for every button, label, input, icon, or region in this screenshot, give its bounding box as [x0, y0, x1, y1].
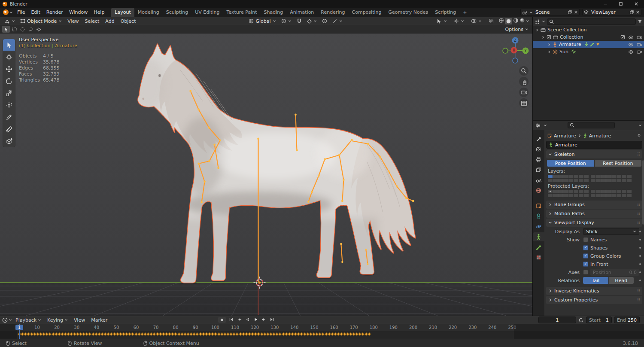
outliner-row-scene-collection[interactable]: Scene Collection [533, 26, 644, 33]
unlink-scene-icon[interactable] [574, 10, 578, 14]
bone-layer-cell[interactable] [558, 175, 563, 178]
camera-view-icon[interactable] [519, 88, 529, 97]
bone-layer-cell[interactable] [611, 190, 616, 193]
remove-viewlayer-icon[interactable] [636, 10, 640, 14]
animate-dot[interactable] [639, 247, 641, 249]
tool-transform[interactable] [3, 99, 15, 111]
shading-options-chevron[interactable] [526, 19, 529, 23]
animate-dot[interactable] [639, 239, 641, 240]
cursor-tool-mode[interactable] [35, 26, 43, 33]
panel-drag-dots[interactable] [637, 298, 640, 302]
start-frame-field[interactable]: Start 1 [586, 317, 612, 323]
breadcrumb-object-name[interactable]: Armature [554, 133, 576, 139]
bone-layer-cell[interactable] [574, 175, 578, 178]
bone-layer-cell[interactable] [617, 190, 621, 193]
jump-to-start-button[interactable] [228, 317, 234, 323]
bone-layer-cell[interactable] [617, 194, 621, 197]
bone-layer-cell[interactable] [579, 194, 583, 197]
shading-rendered-button[interactable] [519, 18, 525, 24]
bone-layer-cell[interactable] [596, 194, 601, 197]
playhead-frame-badge[interactable]: 1 [15, 325, 23, 330]
bone-layer-cell[interactable] [591, 194, 595, 197]
pin-id-icon[interactable] [637, 134, 641, 138]
bone-layer-cell[interactable] [596, 179, 601, 182]
bone-layer-cell[interactable] [568, 175, 573, 178]
hide-eye-icon[interactable] [628, 43, 634, 47]
group-colors-checkbox[interactable] [583, 253, 588, 259]
outliner-row-armature[interactable]: Armature [533, 41, 644, 48]
bone-layer-cell[interactable] [558, 190, 563, 193]
bone-layer-cell[interactable] [574, 194, 578, 197]
bone-layer-cell[interactable] [617, 175, 621, 178]
timeline-editor-icon[interactable] [2, 317, 8, 323]
bone-layer-cell[interactable] [584, 179, 589, 182]
pivot-point-dropdown[interactable] [279, 18, 294, 24]
animate-dot[interactable] [639, 280, 641, 281]
snap-toggle[interactable] [295, 18, 304, 24]
object-visibility-dropdown[interactable] [434, 18, 449, 24]
maximize-button[interactable] [613, 0, 629, 8]
display-as-dropdown[interactable]: Stick [583, 228, 639, 235]
armature-name-field[interactable]: Armature [546, 141, 642, 149]
menu-file[interactable]: File [14, 8, 28, 17]
pose-position-button[interactable]: Pose Position [547, 160, 594, 167]
layers-grid[interactable] [548, 175, 642, 182]
properties-options-chevron[interactable] [638, 124, 642, 127]
panel-custom-properties[interactable]: Custom Properties [546, 296, 642, 304]
axes-checkbox[interactable] [583, 270, 588, 275]
properties-search-input[interactable] [576, 122, 613, 128]
properties-type-chevron[interactable] [544, 124, 547, 127]
hide-eye-icon[interactable] [628, 35, 634, 40]
timeline-menu-keying[interactable]: Keying [45, 317, 70, 323]
bone-layer-cell[interactable] [627, 179, 632, 182]
rest-position-button[interactable]: Rest Position [595, 160, 642, 167]
panel-drag-dots[interactable] [637, 220, 640, 225]
panel-skeleton[interactable]: Skeleton [546, 150, 642, 158]
menu-help[interactable]: Help [91, 8, 107, 17]
bone-layer-cell[interactable] [548, 179, 553, 182]
bone-layer-cell[interactable] [606, 179, 611, 182]
outliner-row-collection[interactable]: Collection [533, 33, 644, 41]
current-frame-field[interactable]: 1 [538, 317, 576, 323]
bone-layer-cell[interactable] [558, 179, 563, 182]
menu-render[interactable]: Render [43, 8, 66, 17]
protected-layers-grid[interactable] [548, 190, 642, 197]
preview-range-icon[interactable] [578, 317, 584, 323]
bone-layer-cell[interactable] [606, 190, 611, 193]
bone-layer-cell[interactable] [596, 190, 601, 193]
in-front-checkbox[interactable] [583, 262, 588, 267]
overlays-dropdown[interactable] [469, 18, 484, 24]
names-checkbox[interactable] [583, 237, 588, 242]
tool-annotate[interactable] [3, 111, 15, 123]
render-visibility-icon[interactable] [637, 35, 642, 40]
shapes-checkbox[interactable] [583, 245, 588, 250]
bone-layer-cell[interactable] [601, 179, 606, 182]
previous-keyframe-button[interactable] [237, 317, 242, 323]
breadcrumb-data-name[interactable]: Armature [589, 133, 611, 139]
animate-dot[interactable] [639, 263, 641, 265]
select-box-mode[interactable] [10, 26, 18, 33]
snap-target-dropdown[interactable] [305, 18, 319, 24]
bone-layer-cell[interactable] [574, 190, 578, 193]
workspace-tab-compositing[interactable]: Compositing [349, 8, 385, 17]
shading-wireframe-button[interactable] [498, 18, 504, 24]
tab-bone[interactable] [533, 243, 544, 252]
bone-layer-cell[interactable] [584, 175, 589, 178]
tool-measure[interactable] [3, 123, 15, 135]
workspace-tab-texture-paint[interactable]: Texture Paint [223, 8, 261, 17]
keyframe-diamond[interactable] [367, 332, 371, 336]
viewport-menu-view[interactable]: View [65, 18, 81, 24]
tab-scene[interactable] [533, 176, 544, 185]
bone-layer-cell[interactable] [627, 175, 632, 178]
axis-neg-z[interactable] [513, 58, 518, 63]
hide-eye-icon[interactable] [628, 50, 634, 54]
outliner-row-sun[interactable]: Sun [533, 48, 644, 55]
workspace-tab-modeling[interactable]: Modeling [134, 8, 163, 17]
outliner-filter-icon[interactable] [638, 19, 642, 24]
tab-render[interactable] [533, 145, 544, 154]
bone-layer-cell[interactable] [591, 179, 595, 182]
properties-search[interactable] [568, 122, 615, 128]
tab-physics[interactable] [533, 222, 544, 231]
perspective-toggle-icon[interactable] [519, 98, 529, 108]
panel-drag-dots[interactable] [637, 289, 640, 293]
